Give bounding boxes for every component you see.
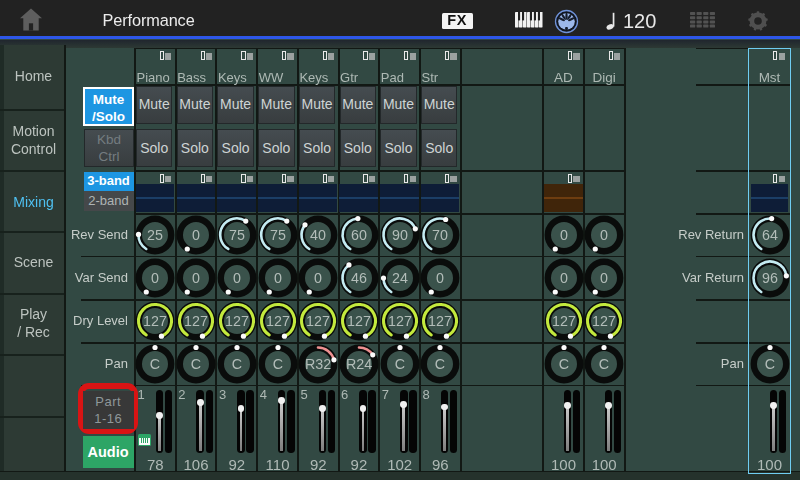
- svg-text:0: 0: [600, 227, 608, 243]
- svg-text:25: 25: [147, 227, 163, 243]
- svg-text:127: 127: [306, 313, 330, 329]
- svg-text:C: C: [764, 356, 774, 372]
- svg-text:127: 127: [266, 313, 290, 329]
- svg-text:R32: R32: [305, 356, 331, 372]
- svg-text:0: 0: [560, 270, 568, 286]
- svg-text:C: C: [191, 356, 201, 372]
- svg-text:0: 0: [192, 227, 200, 243]
- svg-text:90: 90: [392, 227, 408, 243]
- svg-text:C: C: [599, 356, 609, 372]
- svg-text:70: 70: [432, 227, 448, 243]
- svg-text:C: C: [435, 356, 445, 372]
- svg-text:96: 96: [762, 270, 778, 286]
- svg-text:60: 60: [351, 227, 367, 243]
- svg-text:0: 0: [600, 270, 608, 286]
- svg-text:46: 46: [351, 270, 367, 286]
- svg-text:C: C: [558, 356, 568, 372]
- svg-text:C: C: [232, 356, 242, 372]
- svg-text:127: 127: [388, 313, 412, 329]
- svg-text:0: 0: [151, 270, 159, 286]
- svg-text:127: 127: [347, 313, 371, 329]
- svg-text:127: 127: [143, 313, 167, 329]
- svg-text:127: 127: [184, 313, 208, 329]
- svg-text:0: 0: [436, 270, 444, 286]
- svg-text:0: 0: [233, 270, 241, 286]
- svg-text:0: 0: [192, 270, 200, 286]
- svg-text:24: 24: [392, 270, 408, 286]
- svg-text:0: 0: [314, 270, 322, 286]
- svg-text:127: 127: [225, 313, 249, 329]
- svg-text:127: 127: [552, 313, 576, 329]
- svg-text:C: C: [150, 356, 160, 372]
- svg-text:75: 75: [229, 227, 245, 243]
- svg-text:64: 64: [762, 227, 778, 243]
- svg-text:127: 127: [428, 313, 452, 329]
- svg-text:C: C: [272, 356, 282, 372]
- svg-text:40: 40: [310, 227, 326, 243]
- svg-text:0: 0: [560, 227, 568, 243]
- svg-text:75: 75: [270, 227, 286, 243]
- svg-text:C: C: [395, 356, 405, 372]
- svg-text:R24: R24: [346, 356, 372, 372]
- svg-text:0: 0: [274, 270, 282, 286]
- svg-text:127: 127: [592, 313, 616, 329]
